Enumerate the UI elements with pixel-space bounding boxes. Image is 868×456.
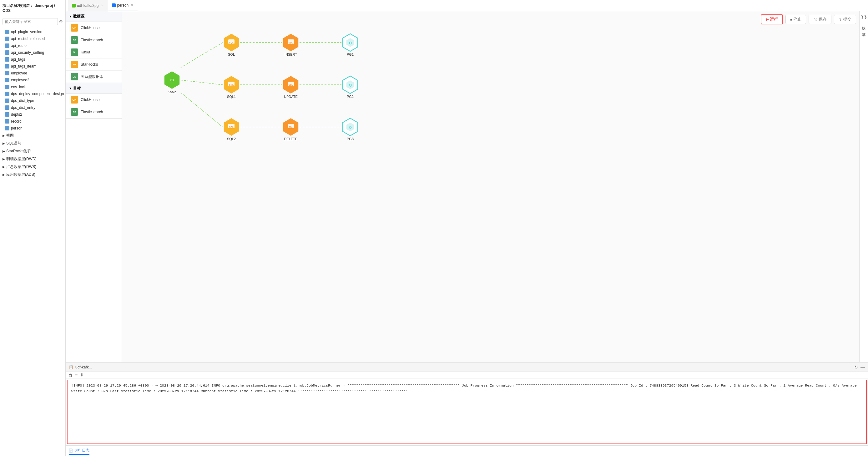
delete-log-icon[interactable]: 🗑 xyxy=(68,372,72,377)
sidebar-group-视图[interactable]: ▶视图 xyxy=(0,132,65,140)
tab-run-log[interactable]: 📄 运行日志 xyxy=(69,447,89,455)
sidebar-item-employee2[interactable]: employee2 xyxy=(0,77,65,84)
group-label: SQL语句 xyxy=(6,141,21,146)
svg-text:⬡: ⬡ xyxy=(349,84,352,87)
tab-udf-kafka2pg[interactable]: udf-kafka2pg× xyxy=(68,0,108,11)
group-label: 应用数据层(ADS) xyxy=(6,172,35,177)
expand-button[interactable]: ❯❯ xyxy=(861,14,867,20)
run-icon: ▶ xyxy=(766,17,769,22)
search-bar: ⊕ xyxy=(0,16,65,27)
minimize-icon[interactable]: — xyxy=(861,365,865,370)
panel-item-关系型数据库[interactable]: DB关系型数据库 xyxy=(66,71,122,83)
run-log-label: 运行日志 xyxy=(74,448,89,453)
right-strip: ❯❯ 版本 草稿 xyxy=(859,11,868,362)
sidebar-group-SQL语句[interactable]: ▶SQL语句 xyxy=(0,140,65,147)
svg-line-0 xyxy=(181,42,223,67)
panel-actions: ↻ — xyxy=(854,365,865,370)
panel-item-label: ClickHouse xyxy=(81,26,100,30)
section-title: 数据源 xyxy=(73,14,85,19)
section-header-目标[interactable]: ▼目标 xyxy=(66,83,122,94)
table-icon xyxy=(5,57,9,62)
panel-item-label: Elasticsearch xyxy=(81,110,103,114)
sidebar-item-label: api_tags_iteam xyxy=(11,64,36,68)
sidebar-item-dps_dict_entry[interactable]: dps_dict_entry xyxy=(0,104,65,111)
tab-close[interactable]: × xyxy=(130,3,134,7)
svg-text:PG2: PG2 xyxy=(347,95,354,98)
sidebar-group-明细数据层(DWD)[interactable]: ▶明细数据层(DWD) xyxy=(0,155,65,163)
sidebar-item-person[interactable]: person xyxy=(0,125,65,132)
panel-item-StarRocks[interactable]: SRStarRocks xyxy=(66,59,122,71)
stop-label: 停止 xyxy=(793,17,801,22)
run-button[interactable]: ▶ 运行 xyxy=(761,14,783,24)
svg-text:PG3: PG3 xyxy=(347,137,354,141)
table-icon xyxy=(5,126,9,130)
sidebar-item-dps_deploy_component_design[interactable]: dps_deploy_component_design xyxy=(0,90,65,97)
sidebar-item-label: api_route xyxy=(11,43,27,48)
bottom-tabs: 📄 运行日志 xyxy=(66,445,868,456)
sidebar-item-employee[interactable]: employee xyxy=(0,70,65,77)
sidebar-item-api_plugin_version[interactable]: api_plugin_version xyxy=(0,28,65,35)
panel-item-ClickHouse[interactable]: CHClickHouse xyxy=(66,22,122,34)
download-log-icon[interactable]: ⬇ xyxy=(80,372,84,377)
svg-rect-20 xyxy=(288,39,294,44)
sidebar-item-eos_lock[interactable]: eos_lock xyxy=(0,84,65,90)
panel-item-ClickHouse[interactable]: CHClickHouse xyxy=(66,94,122,106)
section-header-数据源[interactable]: ▼数据源 xyxy=(66,11,122,22)
sidebar-item-record[interactable]: record xyxy=(0,118,65,125)
submit-label: 提交 xyxy=(843,17,851,22)
save-button[interactable]: 🖫 保存 xyxy=(809,15,831,24)
toolbar: ▶ 运行 ■ 停止 🖫 保存 ⇪ 提交 xyxy=(761,14,856,24)
sidebar-group-StarRocks集群[interactable]: ▶StarRocks集群 xyxy=(0,147,65,155)
svg-text:SQL: SQL xyxy=(289,126,293,128)
svg-text:⬡: ⬡ xyxy=(349,126,352,129)
sidebar-group-应用数据层(ADS)[interactable]: ▶应用数据层(ADS) xyxy=(0,171,65,179)
panel-item-Elasticsearch[interactable]: ESElasticsearch xyxy=(66,34,122,46)
table-icon xyxy=(5,71,9,75)
svg-rect-17 xyxy=(228,124,235,128)
source-icon: ES xyxy=(71,36,78,44)
sidebar-group-汇总数据层(DWS)[interactable]: ▶汇总数据层(DWS) xyxy=(0,163,65,171)
tab-person[interactable]: person× xyxy=(108,0,138,11)
section-title: 目标 xyxy=(73,86,81,91)
table-icon xyxy=(5,37,9,41)
log-icons-bar: 🗑 ≡ ⬇ xyxy=(66,372,868,378)
sidebar-item-depts2[interactable]: depts2 xyxy=(0,111,65,118)
log-title: 📋 udf-kafk... xyxy=(69,365,92,369)
group-label: 明细数据层(DWD) xyxy=(6,156,37,162)
panel-item-Elasticsearch[interactable]: ESElasticsearch xyxy=(66,106,122,118)
sidebar-item-dps_dict_type[interactable]: dps_dict_type xyxy=(0,97,65,104)
table-icon xyxy=(5,64,9,68)
tab-close[interactable]: × xyxy=(100,3,104,8)
refresh-icon[interactable]: ↻ xyxy=(854,365,858,370)
add-icon[interactable]: ⊕ xyxy=(59,19,63,24)
sidebar-item-api_restful_released[interactable]: api_restful_released xyxy=(0,35,65,42)
panel-item-label: Elasticsearch xyxy=(81,38,103,42)
svg-text:Kafka: Kafka xyxy=(167,90,177,94)
chevron-icon: ▶ xyxy=(2,173,5,176)
source-icon: SR xyxy=(71,61,78,68)
search-input[interactable] xyxy=(2,18,58,25)
filter-log-icon[interactable]: ≡ xyxy=(75,372,78,377)
group-label: 汇总数据层(DWS) xyxy=(6,164,36,170)
svg-text:SQL: SQL xyxy=(289,84,293,86)
sidebar-item-label: api_tags xyxy=(11,57,25,62)
sidebar-item-api_tags_iteam[interactable]: api_tags_iteam xyxy=(0,63,65,70)
sidebar-item-api_route[interactable]: api_route xyxy=(0,42,65,49)
chevron-icon: ▶ xyxy=(2,150,5,153)
chevron-icon: ▼ xyxy=(69,15,72,18)
svg-text:SQL: SQL xyxy=(228,53,235,56)
sidebar-item-api_tags[interactable]: api_tags xyxy=(0,56,65,63)
sidebar-item-api_security_setting[interactable]: api_security_setting xyxy=(0,49,65,56)
svg-text:⚙: ⚙ xyxy=(170,78,174,83)
stop-button[interactable]: ■ 停止 xyxy=(785,15,806,24)
submit-button[interactable]: ⇪ 提交 xyxy=(834,15,856,24)
log-tab-label: udf-kafk... xyxy=(75,365,92,369)
chevron-icon: ▶ xyxy=(2,157,5,161)
sidebar-item-label: eos_lock xyxy=(11,85,26,89)
panel-item-Kafka[interactable]: KKafka xyxy=(66,46,122,59)
chevron-icon: ▼ xyxy=(69,87,72,90)
panel-section-目标: ▼目标CHClickHouseESElasticsearch xyxy=(66,83,122,119)
table-icon xyxy=(5,85,9,89)
svg-line-2 xyxy=(181,93,223,127)
flow-canvas: ▶ 运行 ■ 停止 🖫 保存 ⇪ 提交 xyxy=(122,11,859,362)
